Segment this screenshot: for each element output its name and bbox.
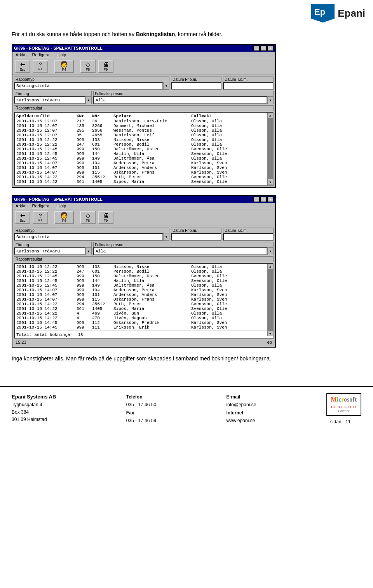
menu-hjalp-2[interactable]: Hjälp — [55, 203, 68, 209]
titlebar-controls-2[interactable]: _ □ × — [253, 197, 274, 202]
f9-icon-2: 🖨 — [103, 212, 109, 219]
fullmakt-value-2: Alla — [93, 247, 267, 255]
foretag-dropdown-2[interactable]: ▼ — [85, 247, 92, 255]
cell-spelare: Jivén, Magnus — [113, 316, 191, 320]
scroll-track-1[interactable] — [268, 118, 273, 179]
table-row: 2001-10-15 14:224470Jivén, MagnusOlsson,… — [16, 316, 267, 320]
fullmakt-dropdown-1[interactable]: ▼ — [267, 96, 274, 104]
epani-header: Ep Epani — [0, 0, 373, 23]
table-row: 2001-10-15 12:45999150Dalströmmer, Östen… — [16, 274, 267, 278]
maximize-button-1[interactable]: □ — [260, 45, 267, 51]
toolbar-esc-2[interactable]: ⬅ Esc — [15, 211, 30, 224]
scroll-up-1[interactable]: ▲ — [268, 113, 273, 118]
cell-spelare: Andersson, Petra — [113, 288, 191, 292]
menu-hjalp-1[interactable]: Hjälp — [55, 52, 68, 57]
rapporttyp-group-2: Rapporttyp Bokningslista ▼ — [14, 228, 169, 241]
cell-fullmakt: Olsson, Ulla — [191, 124, 253, 128]
cell-fullmakt: Karlsson, Sven — [191, 292, 253, 297]
titlebar-1: GK96 - FÖRETAG - SPELRÄTTSKONTROLL _ □ × — [12, 45, 275, 52]
fullmakt-field-2[interactable]: Alla ▼ — [93, 247, 274, 255]
scroll-down-2[interactable]: ▼ — [268, 331, 273, 336]
toolbar-f9-2[interactable]: 🖨 F9 — [98, 211, 113, 224]
page-content: För att du ska kunna se både toppen och … — [0, 23, 373, 382]
menu-redigera-1[interactable]: Redigera — [30, 52, 51, 57]
foretag-field-1[interactable]: Karlssons Trävaru ▼ — [14, 96, 92, 104]
cell-date: 2001-10-15 14:07 — [16, 288, 77, 292]
total-row: Totalt antal bokningar: 18 — [16, 331, 267, 337]
cell-fullmakt: Olsson, Ulla — [191, 264, 253, 269]
cell-date: 2001-10-15 14:45 — [16, 325, 77, 330]
scroll-track-2[interactable] — [268, 269, 273, 331]
win-body-2: Rapporttyp Bokningslista ▼ Datum Fr.o.m.… — [12, 226, 275, 347]
cell-knr: 999 — [77, 170, 92, 175]
scroll-up-2[interactable]: ▲ — [268, 264, 273, 269]
scrollbar-1[interactable]: ▲ ▼ — [267, 113, 273, 185]
minimize-button-1[interactable]: _ — [253, 45, 260, 51]
menu-redigera-2[interactable]: Redigera — [30, 203, 51, 209]
outro-paragraph: Inga konstigheter alls. Man får reda på … — [12, 355, 361, 363]
intro-text-before: För att du ska kunna se både toppen och … — [12, 31, 136, 37]
cell-mnr: 104 — [92, 288, 113, 292]
toolbar-2: ⬅ Esc ? F1 🧑 F4 ◇ F8 🖨 F9 — [12, 209, 275, 226]
minimize-button-2[interactable]: _ — [253, 197, 260, 202]
cell-spelare: Oskarsson, Fredrik — [113, 320, 191, 325]
cell-date: 2001-10-15 14:22 — [16, 306, 77, 311]
toolbar-f1-2[interactable]: ? F1 — [33, 211, 48, 224]
cell-date: 2001-10-15 14:22 — [16, 311, 77, 316]
toolbar-f8-2[interactable]: ◇ F8 — [80, 211, 96, 224]
datum-from-value-2[interactable]: – – — [171, 233, 221, 241]
close-button-1[interactable]: × — [267, 45, 274, 51]
table-row: 2001-10-15 12:22247601Persson, BodilOlss… — [16, 269, 267, 274]
datum-tom-value-1[interactable]: – – — [223, 82, 274, 90]
form-row-foretag-2: Företag Karlssons Trävaru ▼ Fullmaktsper… — [14, 242, 274, 255]
cell-mnr: 115 — [92, 170, 113, 175]
fullmakt-dropdown-2[interactable]: ▼ — [267, 247, 274, 255]
datum-from-value-1[interactable]: – – — [171, 82, 221, 90]
rapporttyp-label-2: Rapporttyp — [14, 228, 169, 233]
toolbar-f8-1[interactable]: ◇ F8 — [80, 60, 96, 73]
toolbar-f4-2[interactable]: 🧑 F4 — [54, 211, 74, 224]
menu-arkiv-2[interactable]: Arkiv — [14, 203, 26, 209]
cell-knr: 295 — [77, 128, 92, 133]
foretag-label-1: Företag — [14, 91, 92, 96]
cell-mnr: 150 — [92, 147, 113, 151]
table-row: 2001-10-15 14:07999104Andersson, PetraKa… — [16, 288, 267, 292]
cell-mnr: 2656 — [92, 128, 113, 133]
col-header-knr-1: KNr — [77, 114, 92, 118]
toolbar-esc-1[interactable]: ⬅ Esc — [15, 60, 30, 73]
page-number: sidan - 11 - — [330, 419, 357, 424]
ms-certified-label: CERTIFIED — [331, 404, 357, 409]
results-area-2: 2001-10-15 12:22999133Nilsson, NisseOlss… — [14, 263, 274, 339]
maximize-button-2[interactable]: □ — [260, 197, 267, 202]
cell-spelare: Hallin, Ulla — [113, 151, 191, 156]
rapporttyp-field-1[interactable]: Bokningslista ▼ — [14, 82, 169, 90]
results-header-1: Speldatum/Tid KNr MNr Spelare Fullmakt — [16, 113, 267, 119]
scroll-down-1[interactable]: ▼ — [268, 179, 273, 185]
scrollbar-2[interactable]: ▲ ▼ — [267, 264, 273, 336]
rapporttyp-value-2: Bokningslista — [14, 233, 163, 241]
foretag-dropdown-1[interactable]: ▼ — [85, 96, 92, 104]
table-row: 2001-10-15 12:45999144Hallin, UllaSvenss… — [16, 278, 267, 283]
esc-icon-2: ⬅ — [20, 212, 25, 219]
rapporttyp-dropdown-1[interactable]: ▼ — [163, 82, 169, 90]
cell-knr: 999 — [77, 147, 92, 151]
cell-fullmakt: Svensson, Olle — [191, 274, 253, 278]
rapporttyp-dropdown-2[interactable]: ▼ — [163, 233, 169, 241]
menu-arkiv-1[interactable]: Arkiv — [14, 52, 26, 57]
toolbar-f4-1[interactable]: 🧑 F4 — [54, 60, 74, 73]
toolbar-f9-1[interactable]: 🖨 F9 — [98, 60, 113, 73]
cell-knr: 999 — [77, 264, 92, 269]
titlebar-controls-1[interactable]: _ □ × — [253, 45, 274, 51]
fullmakt-field-1[interactable]: Alla ▼ — [93, 96, 274, 104]
intro-paragraph: För att du ska kunna se både toppen och … — [12, 30, 361, 38]
rapporttyp-field-2[interactable]: Bokningslista ▼ — [14, 233, 169, 241]
datum-tom-value-2[interactable]: – – — [223, 233, 274, 241]
toolbar-f1-1[interactable]: ? F1 — [33, 60, 48, 73]
datum-from-group-1: Datum Fr.o.m. – – — [171, 77, 221, 90]
close-button-2[interactable]: × — [267, 197, 274, 202]
cell-date: 2001-10-15 14:07 — [16, 292, 77, 297]
form-row-rapporttyp-1: Rapporttyp Bokningslista ▼ Datum Fr.o.m.… — [14, 77, 274, 90]
foretag-field-2[interactable]: Karlssons Trävaru ▼ — [14, 247, 92, 255]
table-row: 2001-10-15 14:2229435512Roth, PeterSvens… — [16, 302, 267, 306]
cell-knr: 361 — [77, 179, 92, 184]
